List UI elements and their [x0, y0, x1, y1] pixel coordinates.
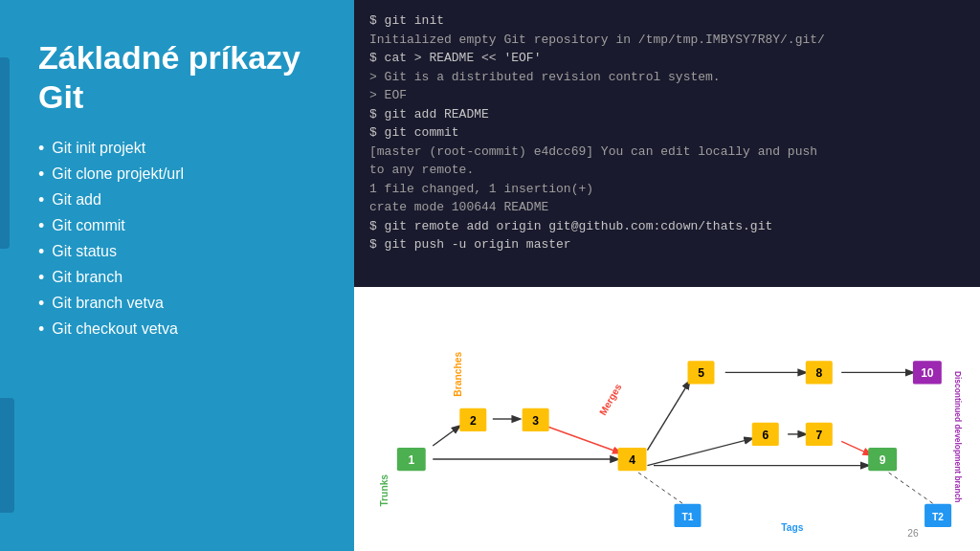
- bullet-item: Git init projekt: [38, 136, 325, 162]
- svg-text:3: 3: [532, 414, 539, 428]
- svg-text:Discontinued development branc: Discontinued development branch: [953, 371, 963, 503]
- terminal-line: Initialized empty Git repository in /tmp…: [369, 31, 965, 50]
- svg-text:T1: T1: [681, 512, 693, 522]
- bullet-item: Git commit: [38, 213, 325, 239]
- bullet-list: Git init projektGit clone projekt/urlGit…: [38, 136, 325, 342]
- svg-text:6: 6: [762, 429, 768, 442]
- svg-text:Merges: Merges: [597, 382, 624, 417]
- svg-text:10: 10: [921, 366, 934, 380]
- terminal-line: [master (root-commit) e4dcc69] You can e…: [369, 143, 965, 162]
- svg-text:26: 26: [907, 528, 919, 539]
- bullet-item: Git branch vetva: [38, 291, 325, 317]
- terminal-line: $ git remote add origin git@github.com:c…: [369, 217, 965, 236]
- terminal-line: crate mode 100644 README: [369, 198, 965, 217]
- svg-line-8: [546, 426, 621, 452]
- terminal-line: 1 file changed, 1 insertion(+): [369, 180, 965, 199]
- svg-line-17: [638, 473, 683, 504]
- svg-line-16: [889, 473, 934, 504]
- svg-line-5: [433, 426, 459, 446]
- bullet-item: Git branch: [38, 265, 325, 291]
- terminal-line: $ git push -u origin master: [369, 235, 965, 254]
- terminal-line: $ git commit: [369, 123, 965, 143]
- svg-line-9: [647, 382, 689, 451]
- svg-text:8: 8: [815, 366, 822, 380]
- slide-title: Základné príkazy Git: [38, 38, 325, 117]
- left-panel: Základné príkazy Git Git init projektGit…: [0, 0, 354, 551]
- svg-text:5: 5: [698, 366, 704, 380]
- right-panel: $ git initInitialized empty Git reposito…: [354, 0, 980, 551]
- svg-text:Tags: Tags: [781, 522, 803, 533]
- svg-text:T2: T2: [932, 512, 944, 522]
- bullet-item: Git status: [38, 239, 325, 265]
- terminal-line: $ git add README: [369, 105, 965, 124]
- git-diagram: Trunks Branches Merges Tags Discontinued…: [354, 287, 980, 551]
- terminal-line: > EOF: [369, 86, 965, 105]
- bullet-item: Git clone projekt/url: [38, 162, 325, 187]
- bullet-item: Git add: [38, 187, 325, 213]
- svg-text:2: 2: [470, 414, 477, 428]
- terminal-line: $ git init: [369, 11, 965, 31]
- svg-line-15: [841, 441, 871, 454]
- svg-text:9: 9: [880, 453, 886, 467]
- terminal-line: to any remote.: [369, 161, 965, 180]
- svg-text:Branches: Branches: [453, 352, 463, 397]
- terminal-line: $ cat > README << 'EOF': [369, 49, 965, 68]
- bullet-item: Git checkout vetva: [38, 317, 325, 342]
- svg-text:4: 4: [629, 453, 635, 467]
- svg-line-10: [647, 439, 751, 466]
- svg-text:Trunks: Trunks: [380, 474, 390, 507]
- terminal: $ git initInitialized empty Git reposito…: [354, 0, 980, 287]
- svg-text:7: 7: [815, 429, 822, 442]
- terminal-line: > Git is a distributed revision control …: [369, 68, 965, 87]
- svg-text:1: 1: [408, 453, 414, 467]
